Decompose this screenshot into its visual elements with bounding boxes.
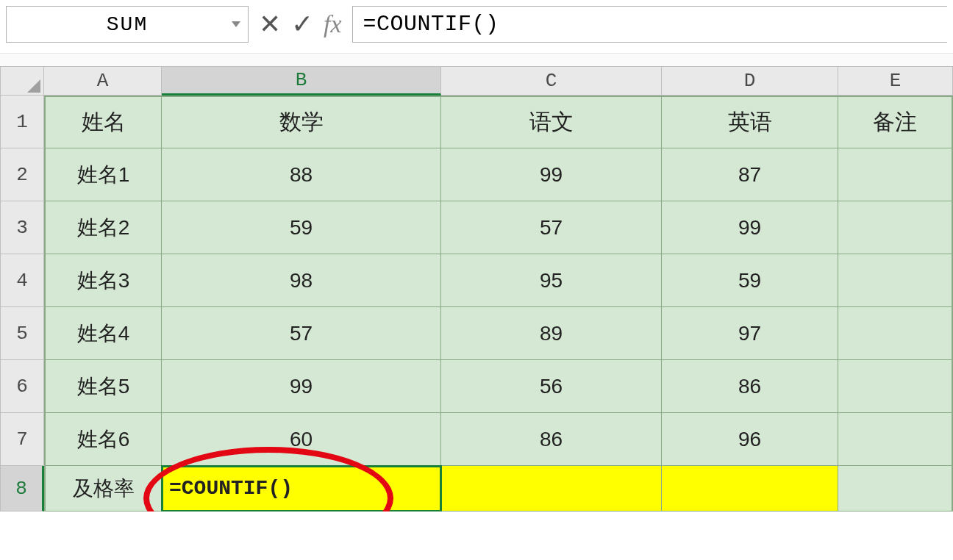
col-header-A[interactable]: A: [44, 66, 162, 96]
cell-C4[interactable]: 95: [441, 254, 662, 307]
col-header-C[interactable]: C: [441, 66, 662, 96]
cell-D5[interactable]: 97: [662, 307, 838, 360]
cell-B6[interactable]: 99: [162, 360, 441, 413]
cell-B2[interactable]: 88: [162, 148, 441, 201]
cell-A3[interactable]: 姓名2: [44, 201, 162, 254]
cell-C6[interactable]: 56: [441, 360, 662, 413]
cell-A2[interactable]: 姓名1: [44, 148, 162, 201]
fx-icon[interactable]: fx: [324, 10, 342, 38]
row-header-8[interactable]: 8: [0, 466, 44, 511]
row-header-7[interactable]: 7: [0, 413, 44, 466]
row-header-5[interactable]: 5: [0, 307, 44, 360]
cell-E6[interactable]: [838, 360, 953, 413]
row-header-4[interactable]: 4: [0, 254, 44, 307]
confirm-icon[interactable]: ✓: [291, 9, 313, 40]
cell-A4[interactable]: 姓名3: [44, 254, 162, 307]
formula-bar-icons: ✕ ✓ fx: [259, 9, 342, 40]
cell-D7[interactable]: 96: [662, 413, 838, 466]
formula-input-value: =COUNTIF(): [363, 12, 499, 37]
name-box[interactable]: SUM: [6, 6, 249, 43]
col-header-E[interactable]: E: [838, 66, 953, 96]
row-header-2[interactable]: 2: [0, 148, 44, 201]
cell-B7[interactable]: 60: [162, 413, 441, 466]
col-header-B[interactable]: B: [162, 66, 441, 96]
cell-E2[interactable]: [838, 148, 953, 201]
cell-B1[interactable]: 数学: [162, 96, 441, 148]
cell-D4[interactable]: 59: [662, 254, 838, 307]
cell-B4[interactable]: 98: [162, 254, 441, 307]
col-header-D[interactable]: D: [662, 66, 838, 96]
toolbar-spacer: [0, 53, 953, 66]
formula-bar: SUM ✕ ✓ fx =COUNTIF(): [0, 0, 953, 53]
cell-A5[interactable]: 姓名4: [44, 307, 162, 360]
cell-E5[interactable]: [838, 307, 953, 360]
cell-B3[interactable]: 59: [162, 201, 441, 254]
cell-C2[interactable]: 99: [441, 148, 662, 201]
cancel-icon[interactable]: ✕: [259, 9, 281, 40]
cell-D2[interactable]: 87: [662, 148, 838, 201]
cell-C3[interactable]: 57: [441, 201, 662, 254]
spreadsheet-grid: A B C D E 1 姓名 数学 语文 英语 备注 2 姓名1 88 99 8…: [0, 66, 953, 511]
formula-input[interactable]: =COUNTIF(): [352, 6, 947, 43]
cell-C7[interactable]: 86: [441, 413, 662, 466]
cell-B8[interactable]: =COUNTIF(): [162, 466, 441, 511]
cell-E4[interactable]: [838, 254, 953, 307]
row-header-6[interactable]: 6: [0, 360, 44, 413]
cell-B5[interactable]: 57: [162, 307, 441, 360]
cell-E3[interactable]: [838, 201, 953, 254]
cell-D1[interactable]: 英语: [662, 96, 838, 148]
cell-C5[interactable]: 89: [441, 307, 662, 360]
cell-A1[interactable]: 姓名: [44, 96, 162, 148]
cell-E8[interactable]: [838, 466, 953, 511]
cell-C1[interactable]: 语文: [441, 96, 662, 148]
cell-A8[interactable]: 及格率: [44, 466, 162, 511]
cell-E1[interactable]: 备注: [838, 96, 953, 148]
row-header-1[interactable]: 1: [0, 96, 44, 148]
name-box-value: SUM: [107, 13, 148, 36]
cell-D3[interactable]: 99: [662, 201, 838, 254]
select-all-corner[interactable]: [0, 66, 44, 96]
cell-D6[interactable]: 86: [662, 360, 838, 413]
cell-A7[interactable]: 姓名6: [44, 413, 162, 466]
cell-D8[interactable]: [662, 466, 838, 511]
cell-C8[interactable]: [441, 466, 662, 511]
row-header-3[interactable]: 3: [0, 201, 44, 254]
cell-E7[interactable]: [838, 413, 953, 466]
chevron-down-icon[interactable]: [232, 21, 240, 27]
cell-A6[interactable]: 姓名5: [44, 360, 162, 413]
